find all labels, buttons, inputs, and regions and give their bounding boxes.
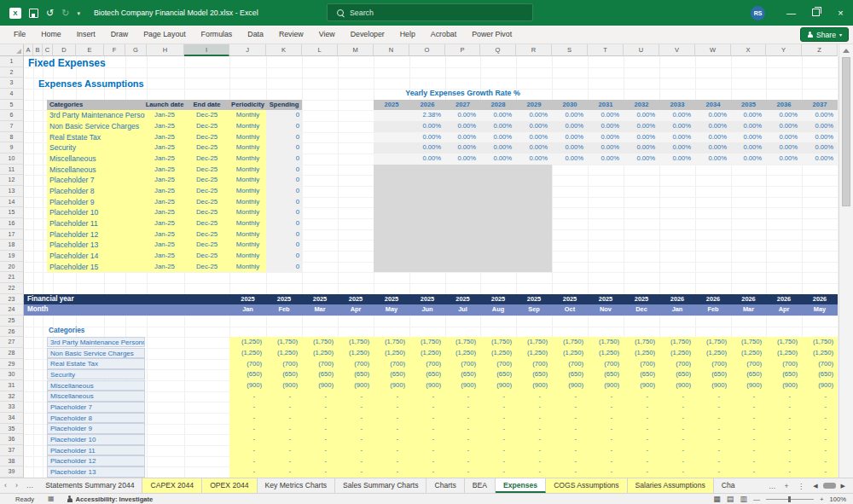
growth-rate-cell[interactable]: 0.00% <box>588 154 624 165</box>
monthly-value[interactable]: (1,250) <box>802 348 838 359</box>
growth-rate-cell[interactable]: 0.00% <box>802 142 838 154</box>
column-header-O[interactable]: O <box>409 44 445 56</box>
monthly-value[interactable]: (900) <box>445 380 480 391</box>
assumption-periodicity[interactable]: Monthly <box>229 197 266 208</box>
undo-icon[interactable]: ↺ <box>46 8 54 19</box>
monthly-value[interactable]: (700) <box>266 359 302 370</box>
assumption-end-date[interactable]: Dec-25 <box>184 110 229 121</box>
monthly-value[interactable]: - <box>624 466 659 478</box>
column-header-N[interactable]: N <box>374 44 409 56</box>
monthly-value[interactable]: - <box>588 413 624 424</box>
growth-rate-cell[interactable]: 0.00% <box>409 142 445 154</box>
growth-rate-cell[interactable] <box>374 121 409 132</box>
assumption-spending[interactable]: 0 <box>266 154 302 165</box>
growth-rate-cell[interactable]: 0.00% <box>445 110 480 121</box>
monthly-value[interactable]: (700) <box>374 359 409 370</box>
monthly-value[interactable]: - <box>624 456 659 467</box>
monthly-value[interactable]: (900) <box>266 380 302 391</box>
growth-rate-cell[interactable] <box>374 142 409 154</box>
monthly-value[interactable]: (650) <box>229 369 266 380</box>
assumption-periodicity[interactable]: Monthly <box>229 186 266 197</box>
assumption-category[interactable]: Non Basic Service Charges <box>47 121 145 132</box>
column-header-K[interactable]: K <box>266 44 302 56</box>
assumption-end-date[interactable]: Dec-25 <box>184 165 229 176</box>
row-header-29[interactable]: 29 <box>0 359 24 370</box>
monthly-value[interactable]: - <box>659 466 695 478</box>
monthly-category[interactable]: Placeholder 11 <box>47 445 145 456</box>
monthly-value[interactable]: - <box>338 391 374 403</box>
assumption-end-date[interactable]: Dec-25 <box>184 132 229 143</box>
monthly-value[interactable]: (1,250) <box>516 348 552 359</box>
zoom-in-icon[interactable]: + <box>820 495 824 503</box>
growth-rate-cell[interactable]: 0.00% <box>659 132 695 143</box>
growth-rate-cell[interactable]: 0.00% <box>766 110 802 121</box>
monthly-value[interactable]: (900) <box>552 380 588 391</box>
monthly-value[interactable]: - <box>588 445 624 456</box>
monthly-value[interactable]: (1,250) <box>409 348 445 359</box>
monthly-value[interactable]: - <box>338 445 374 456</box>
row-header-7[interactable]: 7 <box>0 121 24 132</box>
row-header-28[interactable]: 28 <box>0 348 24 359</box>
column-header-R[interactable]: R <box>516 44 552 56</box>
assumption-launch-date[interactable]: Jan-25 <box>145 207 184 218</box>
monthly-value[interactable]: - <box>409 445 445 456</box>
monthly-value[interactable]: - <box>338 466 374 478</box>
monthly-value[interactable]: - <box>516 456 552 467</box>
monthly-value[interactable]: (1,250) <box>731 348 766 359</box>
monthly-value[interactable]: (1,250) <box>374 348 409 359</box>
row-header-8[interactable]: 8 <box>0 132 24 143</box>
monthly-value[interactable]: (1,250) <box>766 348 802 359</box>
monthly-value[interactable]: - <box>338 413 374 424</box>
monthly-value[interactable]: - <box>588 391 624 403</box>
growth-rate-cell[interactable]: 0.00% <box>624 121 659 132</box>
monthly-value[interactable]: - <box>802 445 838 456</box>
monthly-value[interactable]: - <box>480 456 516 467</box>
growth-rate-cell[interactable]: 0.00% <box>516 132 552 143</box>
scroll-up-icon[interactable] <box>843 49 850 53</box>
monthly-value[interactable]: (900) <box>409 380 445 391</box>
monthly-value[interactable]: - <box>445 445 480 456</box>
growth-rate-cell[interactable]: 0.00% <box>445 132 480 143</box>
monthly-value[interactable]: - <box>229 445 266 456</box>
monthly-value[interactable]: (1,250) <box>695 348 731 359</box>
assumption-spending[interactable]: 0 <box>266 165 302 176</box>
monthly-value[interactable]: - <box>659 391 695 403</box>
monthly-value[interactable]: - <box>731 424 766 435</box>
row-header-15[interactable]: 15 <box>0 207 24 218</box>
monthly-value[interactable]: (1,250) <box>480 348 516 359</box>
monthly-value[interactable]: (1,250) <box>229 337 266 348</box>
assumption-end-date[interactable]: Dec-25 <box>184 197 229 208</box>
row-header-10[interactable]: 10 <box>0 154 24 165</box>
growth-rate-cell[interactable]: 0.00% <box>731 132 766 143</box>
monthly-value[interactable]: - <box>445 434 480 445</box>
monthly-value[interactable]: - <box>338 434 374 445</box>
growth-rate-cell[interactable]: 0.00% <box>480 154 516 165</box>
monthly-value[interactable]: (650) <box>552 369 588 380</box>
assumption-category[interactable]: Security <box>47 142 145 154</box>
monthly-value[interactable]: (1,750) <box>338 337 374 348</box>
monthly-value[interactable]: (1,250) <box>659 348 695 359</box>
monthly-value[interactable]: - <box>302 434 338 445</box>
sheet-tab-statements-summary-2044[interactable]: Statements Summary 2044 <box>38 478 142 493</box>
column-header-M[interactable]: M <box>338 44 374 56</box>
monthly-value[interactable]: (650) <box>766 369 802 380</box>
row-header-11[interactable]: 11 <box>0 165 24 176</box>
monthly-value[interactable]: (650) <box>695 369 731 380</box>
monthly-value[interactable]: - <box>229 434 266 445</box>
monthly-value[interactable]: (1,750) <box>409 337 445 348</box>
monthly-value[interactable]: - <box>695 391 731 403</box>
assumption-end-date[interactable]: Dec-25 <box>184 186 229 197</box>
monthly-value[interactable]: - <box>480 466 516 478</box>
assumption-end-date[interactable]: Dec-25 <box>184 218 229 229</box>
monthly-value[interactable]: - <box>552 413 588 424</box>
monthly-value[interactable]: - <box>588 424 624 435</box>
growth-rate-cell[interactable]: 0.00% <box>409 154 445 165</box>
tab-scroll-right-icon[interactable]: › <box>11 478 22 493</box>
monthly-value[interactable]: - <box>624 413 659 424</box>
monthly-value[interactable]: - <box>802 391 838 403</box>
monthly-value[interactable]: (1,750) <box>302 337 338 348</box>
growth-rate-cell[interactable]: 0.00% <box>731 121 766 132</box>
row-header-6[interactable]: 6 <box>0 110 24 121</box>
monthly-value[interactable]: (650) <box>480 369 516 380</box>
monthly-value[interactable]: (1,250) <box>624 348 659 359</box>
